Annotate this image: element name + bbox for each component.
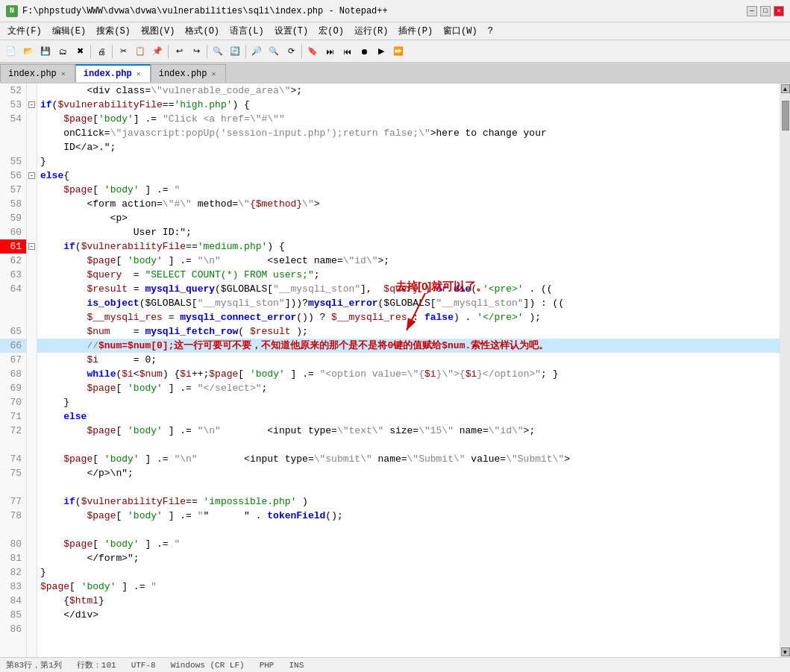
code-line-64a: $result = mysqli_query($GLOBALS["__mysql… <box>37 282 780 296</box>
maximize-button[interactable]: □ <box>760 6 771 16</box>
fold-56[interactable]: - <box>28 172 35 179</box>
code-line-63: $query = "SELECT COUNT(*) FROM users;"; <box>37 268 780 282</box>
window-title: F:\phpstudy\WWW\dvwa\dvwa\vulnerabilitie… <box>22 6 388 16</box>
menu-plugins[interactable]: 插件(P) <box>394 23 437 39</box>
toolbar-sep-1 <box>90 45 91 58</box>
menu-settings[interactable]: 设置(T) <box>270 23 313 39</box>
status-position: 第83行，第1列 <box>6 659 62 671</box>
save-all-button[interactable]: 🗂 <box>54 43 71 60</box>
cut-button[interactable]: ✂ <box>115 43 131 60</box>
tab-1-label: index.php <box>8 69 57 79</box>
tab-2-label: index.php <box>84 69 132 79</box>
code-line-58: <form action=\"#\" method=\"{$method}\"> <box>37 197 780 211</box>
bookmark-prev-button[interactable]: ⏮ <box>339 43 355 60</box>
code-line-60: User ID:"; <box>37 225 780 239</box>
zoom-in-button[interactable]: 🔎 <box>248 43 265 60</box>
vertical-scrollbar[interactable]: ▲ ▼ <box>780 84 790 657</box>
line-numbers: 52 53 54 55 56 57 58 59 60 61 62 63 64 6… <box>0 84 27 657</box>
title-bar: N F:\phpstudy\WWW\dvwa\dvwa\vulnerabilit… <box>0 0 790 22</box>
code-line-65: $num = mysqli_fetch_row( $result ); <box>37 324 780 339</box>
play-button[interactable]: ▶ <box>373 43 389 60</box>
code-line-55: } <box>37 154 780 169</box>
code-line-68: while( $i < $num ) { $i++; $page[ 'body'… <box>37 367 780 381</box>
tab-3[interactable]: index.php ✕ <box>151 64 226 82</box>
code-line-53: if( $vulnerabilityFile == 'high.php' ) { <box>37 98 780 112</box>
paste-button[interactable]: 📌 <box>149 43 166 60</box>
code-line-66: //$num=$num[0];这一行可要可不要，不知道他原来的那个是不是将0键的… <box>37 339 780 353</box>
menu-language[interactable]: 语言(L) <box>225 23 269 39</box>
tab-bar: index.php ✕ index.php ✕ index.php ✕ <box>0 63 790 84</box>
code-line-77: if( $vulnerabilityFile == 'impossible.ph… <box>37 494 780 509</box>
code-line-85: </div> <box>37 608 780 622</box>
save-button[interactable]: 💾 <box>37 43 54 60</box>
code-line-74: $page[ 'body' ] .= "\n" <input type=\"su… <box>37 452 780 466</box>
code-line-71: else <box>37 409 780 424</box>
tab-1[interactable]: index.php ✕ <box>0 64 75 82</box>
code-line-52: <div class=\"vulnerable_code_area\">; <box>37 84 780 98</box>
code-line-81: </form>"; <box>37 551 780 565</box>
close-button[interactable]: ✕ <box>774 6 784 16</box>
replace-button[interactable]: 🔄 <box>227 43 243 60</box>
fold-61[interactable]: - <box>28 243 35 250</box>
find-button[interactable]: 🔍 <box>210 43 226 60</box>
menu-file[interactable]: 文件(F) <box>3 23 46 39</box>
redo-button[interactable]: ↪ <box>188 43 204 60</box>
toolbar-sep-2 <box>112 45 113 58</box>
scroll-down-button[interactable]: ▼ <box>781 647 790 656</box>
code-line-75: </p>\n"; <box>37 466 780 480</box>
code-area[interactable]: <div class=\"vulnerable_code_area\">; if… <box>37 84 780 657</box>
tab-2-close[interactable]: ✕ <box>135 69 142 78</box>
menu-run[interactable]: 运行(R) <box>350 23 393 39</box>
code-line-70: } <box>37 395 780 409</box>
status-language: PHP <box>260 661 275 670</box>
code-line-76-blank <box>37 480 780 494</box>
menu-macro[interactable]: 宏(O) <box>314 23 348 39</box>
record-button[interactable]: ⏺ <box>356 43 372 60</box>
minimize-button[interactable]: ─ <box>747 6 757 16</box>
print-button[interactable]: 🖨 <box>93 43 110 60</box>
status-line-ending: Windows (CR LF) <box>171 661 245 670</box>
new-button[interactable]: 📄 <box>3 43 19 60</box>
status-ins: INS <box>289 661 304 670</box>
tab-1-close[interactable]: ✕ <box>60 69 67 78</box>
code-line-80: $page[ 'body' ] .= " <box>37 537 780 551</box>
code-line-84: {$html} <box>37 594 780 608</box>
code-line-64c: $__mysqli_res = mysqli_connect_error()) … <box>37 310 780 324</box>
code-line-64b: is_object($GLOBALS["__mysqli_ston"]))? m… <box>37 296 780 310</box>
bookmark-button[interactable]: 🔖 <box>304 43 321 60</box>
menu-window[interactable]: 窗口(W) <box>439 23 482 39</box>
undo-button[interactable]: ↩ <box>171 43 187 60</box>
toolbar: 📄 📂 💾 🗂 ✖ 🖨 ✂ 📋 📌 ↩ ↪ 🔍 🔄 🔎 🔍 ⟳ 🔖 ⏭ ⏮ ⏺ … <box>0 40 790 63</box>
menu-view[interactable]: 视图(V) <box>137 23 180 39</box>
window-controls[interactable]: ─ □ ✕ <box>747 6 784 16</box>
run-macro-button[interactable]: ⏩ <box>390 43 407 60</box>
sync-button[interactable]: ⟳ <box>283 43 299 60</box>
menu-search[interactable]: 搜索(S) <box>92 23 135 39</box>
code-line-59: <p> <box>37 211 780 225</box>
app-icon: N <box>6 5 18 17</box>
scroll-thumb[interactable] <box>782 101 789 131</box>
tab-3-close[interactable]: ✕ <box>210 69 218 78</box>
status-lines: 行数：101 <box>77 659 116 671</box>
status-bar: 第83行，第1列 行数：101 UTF-8 Windows (CR LF) PH… <box>0 657 790 672</box>
zoom-out-button[interactable]: 🔍 <box>266 43 282 60</box>
code-line-78: $page[ 'body' ] .= "" " . tokenField(); <box>37 509 780 523</box>
menu-help[interactable]: ? <box>483 25 498 38</box>
close-button2[interactable]: ✖ <box>72 43 88 60</box>
code-line-73-blank <box>37 438 780 452</box>
open-button[interactable]: 📂 <box>20 43 37 60</box>
code-line-61: if( $vulnerabilityFile == 'medium.php' )… <box>37 239 780 254</box>
code-line-57: $page[ 'body' ] .= " <box>37 183 780 197</box>
code-line-83: $page[ 'body' ] .= " <box>37 580 780 594</box>
copy-button[interactable]: 📋 <box>132 43 148 60</box>
menu-edit[interactable]: 编辑(E) <box>48 23 91 39</box>
menu-format[interactable]: 格式(O) <box>181 23 224 39</box>
fold-53[interactable]: - <box>28 101 35 108</box>
tab-2[interactable]: index.php ✕ <box>75 64 151 82</box>
fold-column: - - - <box>27 84 37 657</box>
scroll-up-button[interactable]: ▲ <box>781 84 790 93</box>
code-line-79-blank <box>37 523 780 537</box>
toolbar-sep-5 <box>245 45 246 58</box>
bookmark-next-button[interactable]: ⏭ <box>322 43 338 60</box>
code-line-82: } <box>37 565 780 580</box>
